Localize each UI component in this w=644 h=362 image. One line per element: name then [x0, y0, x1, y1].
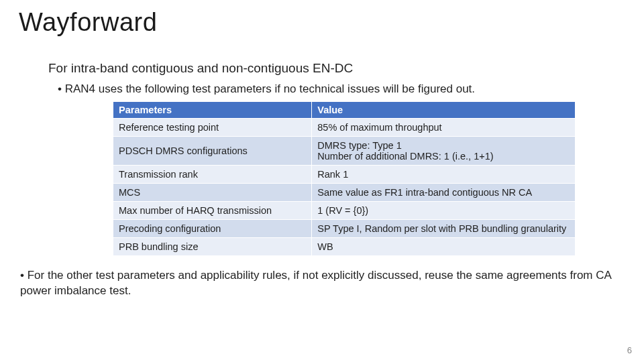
- table-row: Precoding configuration SP Type I, Rando…: [113, 220, 576, 238]
- table-row: PDSCH DMRS configurations DMRS type: Typ…: [113, 137, 576, 166]
- page-number: 6: [627, 345, 632, 355]
- table-row: MCS Same value as FR1 intra-band contigu…: [113, 184, 576, 202]
- bullet-other-parameters: For the other test parameters and applic…: [20, 268, 617, 299]
- bullet-ran4: RAN4 uses the following test parameters …: [58, 82, 601, 96]
- table-cell: 85% of maximum throughput: [312, 119, 576, 137]
- table-cell: 1 (RV = {0}): [312, 202, 576, 220]
- table-row: PRB bundling size WB: [113, 238, 576, 256]
- table-cell: Transmission rank: [113, 166, 312, 184]
- table-cell: PRB bundling size: [113, 238, 312, 256]
- subheading: For intra-band contiguous and non-contig…: [48, 61, 601, 76]
- table-header-value: Value: [312, 102, 576, 119]
- slide-title: Wayforward: [0, 0, 644, 37]
- table-cell: Max number of HARQ transmission: [113, 202, 312, 220]
- table-row: Max number of HARQ transmission 1 (RV = …: [113, 202, 576, 220]
- table-row: Reference testing point 85% of maximum t…: [113, 119, 576, 137]
- parameters-table-container: Parameters Value Reference testing point…: [113, 101, 576, 256]
- content-area: For intra-band contiguous and non-contig…: [0, 37, 644, 256]
- table-cell: MCS: [113, 184, 312, 202]
- table-cell: SP Type I, Random per slot with PRB bund…: [312, 220, 576, 238]
- table-cell: Reference testing point: [113, 119, 312, 137]
- table-cell: Precoding configuration: [113, 220, 312, 238]
- parameters-table: Parameters Value Reference testing point…: [113, 101, 576, 256]
- table-header-parameters: Parameters: [113, 102, 312, 119]
- table-cell: Same value as FR1 intra-band contiguous …: [312, 184, 576, 202]
- table-cell: WB: [312, 238, 576, 256]
- table-row: Transmission rank Rank 1: [113, 166, 576, 184]
- table-cell: DMRS type: Type 1Number of additional DM…: [312, 137, 576, 166]
- table-cell: PDSCH DMRS configurations: [113, 137, 312, 166]
- table-cell: Rank 1: [312, 166, 576, 184]
